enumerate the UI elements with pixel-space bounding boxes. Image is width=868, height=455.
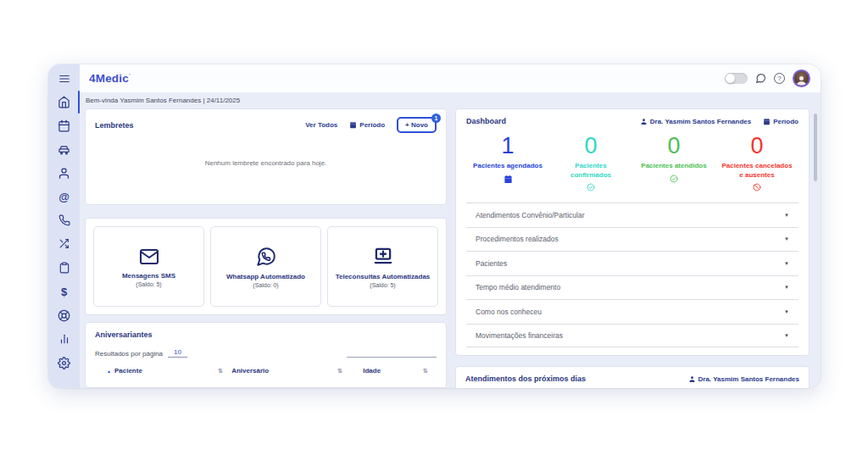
topbar: 4Medic’ ? <box>80 64 821 92</box>
accordion-list: Atendimentos Convênio/Particular ▼ Proce… <box>466 203 798 347</box>
column-idade[interactable]: Idade ⇅ <box>351 367 437 375</box>
whatsapp-icon <box>255 246 277 268</box>
person-icon <box>640 118 648 125</box>
sort-icon: ⇅ <box>337 368 342 375</box>
user-icon <box>58 167 70 180</box>
dashboard-panel: Dashboard Dra. Yasmim Santos Fernandes P… <box>455 108 810 356</box>
upcoming-title: Atendimentos dos próximos dias <box>465 375 586 383</box>
avatar[interactable] <box>793 69 810 87</box>
teleconsultas-card[interactable]: Teleconsultas Automatizadas (Saldo: 5) <box>327 226 438 307</box>
column-aniversario[interactable]: Aniversário ⇅ <box>231 367 351 375</box>
sidebar-item-support[interactable] <box>48 309 80 322</box>
stat-agendados: 1 Pacientes agendados <box>466 134 549 191</box>
check-circle-icon <box>549 183 632 191</box>
scrollbar[interactable] <box>814 114 817 181</box>
sidebar-item-integrations[interactable] <box>48 238 80 251</box>
ban-icon <box>715 183 798 191</box>
accordion-atendimentos[interactable]: Atendimentos Convênio/Particular ▼ <box>466 203 798 227</box>
sort-icon: ⇅ <box>423 368 428 375</box>
help-icon[interactable]: ? <box>774 73 785 84</box>
sidebar-item-mail[interactable]: @ <box>48 191 80 203</box>
calendar-icon <box>58 119 70 132</box>
calendar-icon <box>466 175 549 184</box>
sidebar-item-settings[interactable] <box>48 357 80 369</box>
sidebar-item-phone[interactable] <box>48 214 80 227</box>
accordion-pacientes[interactable]: Pacientes ▼ <box>466 251 798 275</box>
phone-icon <box>58 214 70 226</box>
stat-confirmados: 0 Pacientes confirmados <box>549 134 632 191</box>
novo-button[interactable]: + Novo 1 <box>397 117 437 133</box>
chat-icon[interactable] <box>755 73 766 84</box>
caret-down-icon: ▼ <box>784 309 789 314</box>
caret-down-icon: ▼ <box>784 236 789 241</box>
calendar-icon <box>349 121 357 129</box>
sidebar-item-patients[interactable] <box>48 167 80 180</box>
accordion-procedimentos[interactable]: Procedimentos realizados ▼ <box>466 227 798 252</box>
mail-icon <box>139 247 159 267</box>
search-input[interactable] <box>347 349 437 358</box>
stats-row: 1 Pacientes agendados 0 Pacientes confir… <box>466 134 798 191</box>
upcoming-panel: Atendimentos dos próximos dias Dra. Yasm… <box>455 366 810 388</box>
shuffle-icon <box>58 238 70 249</box>
sort-asc-icon: ▲ <box>107 369 111 374</box>
sidebar-item-agenda[interactable] <box>48 119 80 132</box>
app-window: @ $ <box>48 64 821 388</box>
at-sign-icon: @ <box>58 191 70 203</box>
sidebar-item-records[interactable] <box>48 262 80 275</box>
content-area: Bem-vinda Yasmim Santos Fernandes | 24/1… <box>80 92 821 388</box>
sidebar-item-reports[interactable] <box>48 333 80 346</box>
doctor-filter[interactable]: Dra. Yasmim Santos Fernandes <box>688 375 799 383</box>
sms-card[interactable]: Mensagens SMS (Saldo: 5) <box>93 226 204 307</box>
theme-toggle[interactable] <box>725 73 748 84</box>
caret-down-icon: ▼ <box>784 213 789 218</box>
whatsapp-card[interactable]: Whatsapp Automatizado (Saldo: 0) <box>210 226 321 307</box>
calendar-icon <box>763 118 771 125</box>
novo-badge: 1 <box>431 114 441 123</box>
gear-icon <box>58 357 70 369</box>
stat-atendidos: 0 Pacientes atendidos <box>632 134 715 191</box>
car-icon <box>58 143 70 156</box>
accordion-movimentacoes[interactable]: Movimentações financeiras ▼ <box>466 324 798 348</box>
sort-icon: ⇅ <box>218 368 223 375</box>
accordion-tempo-medio[interactable]: Tempo médio atendimento ▼ <box>466 275 798 300</box>
sidebar: @ $ <box>48 64 80 388</box>
clipboard-icon <box>58 262 70 274</box>
person-icon <box>688 375 696 383</box>
lembretes-periodo-button[interactable]: Período <box>349 121 385 129</box>
menu-icon[interactable] <box>58 64 70 92</box>
doctor-filter[interactable]: Dra. Yasmim Santos Fernandes <box>640 118 751 125</box>
results-per-page-input[interactable]: 10 <box>168 348 187 358</box>
laptop-plus-icon <box>372 246 394 268</box>
services-panel: Mensagens SMS (Saldo: 5) Whatsapp Automa… <box>85 218 447 315</box>
home-icon <box>58 96 70 108</box>
dashboard-title: Dashboard <box>466 117 506 125</box>
chart-icon <box>58 333 70 345</box>
dashboard-periodo-button[interactable]: Período <box>763 118 798 125</box>
dollar-icon: $ <box>61 286 67 298</box>
ver-todos-link[interactable]: Ver Todos <box>305 121 337 129</box>
caret-down-icon: ▼ <box>784 285 789 290</box>
sidebar-item-visits[interactable] <box>48 143 80 156</box>
lembretes-empty-message: Nenhum lembrete encontrado para hoje. <box>95 159 437 167</box>
app-logo[interactable]: 4Medic’ <box>89 72 131 85</box>
lembretes-panel: Lembretes Ver Todos Período + Novo 1 <box>85 108 447 205</box>
caret-down-icon: ▼ <box>784 261 789 266</box>
results-per-page-label: Resultados por página <box>95 350 163 358</box>
column-paciente[interactable]: ▲ Paciente ⇅ <box>95 367 231 375</box>
sidebar-item-financial[interactable]: $ <box>48 286 80 298</box>
caret-down-icon: ▼ <box>784 333 789 338</box>
aniversariantes-panel: Aniversariantes Resultados por página 10… <box>85 322 447 388</box>
lembretes-title: Lembretes <box>95 121 134 130</box>
aniversariantes-title: Aniversariantes <box>95 330 437 339</box>
table-header: ▲ Paciente ⇅ Aniversário ⇅ Idade ⇅ <box>95 367 437 375</box>
sidebar-item-home[interactable] <box>48 96 80 108</box>
check-circle-icon <box>632 175 715 183</box>
lifebuoy-icon <box>58 309 70 322</box>
stat-cancelados: 0 Pacientes cancelados e ausentes <box>715 134 798 191</box>
welcome-text: Bem-vinda Yasmim Santos Fernandes | 24/1… <box>86 97 810 104</box>
accordion-como-conheceu[interactable]: Como nos conheceu ▼ <box>466 299 798 324</box>
toggle-knob <box>726 74 735 83</box>
